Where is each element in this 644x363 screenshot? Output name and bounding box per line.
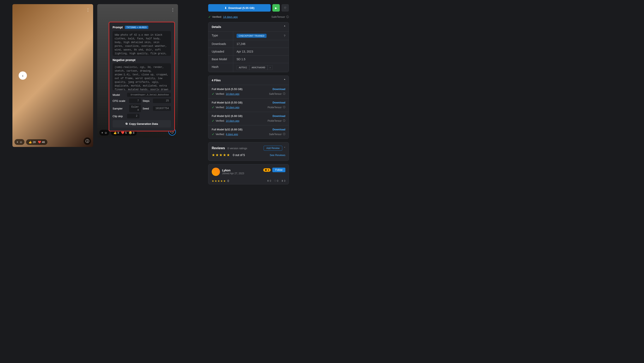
shield-icon: ✓ <box>212 119 214 123</box>
info-icon[interactable]: ⓘ <box>283 132 285 136</box>
verified-time-link[interactable]: 14 days ago <box>226 106 239 109</box>
type-badge: CHECKPOINT TRAINED <box>236 34 266 38</box>
hash-type: AUTOV2 <box>236 65 249 70</box>
steps-label: Steps <box>142 99 151 102</box>
add-reaction-button[interactable]: + ☺ <box>14 139 24 145</box>
favorite-button[interactable]: ♡ <box>282 4 289 12</box>
prev-arrow-icon[interactable]: ‹ <box>18 72 27 80</box>
hash-pills[interactable]: AUTOV2 A60CFAA90D › <box>236 65 273 70</box>
creator-joined: Joined Apr 27, 2023 <box>222 172 244 175</box>
smile-icon: ☺ <box>104 131 107 134</box>
basemodel-label: Base Model <box>208 56 233 63</box>
add-review-button[interactable]: Add Review <box>264 146 282 151</box>
heart-reaction[interactable]: ❤️ 46 <box>38 140 45 144</box>
verified-time-link[interactable]: 14 days ago <box>226 92 239 96</box>
chevron-down-icon[interactable]: ˅ <box>284 146 285 150</box>
downloads-value: 17,246 <box>233 40 289 48</box>
file-item: Full Model fp16 (5.55 GB) Download ✓ Ver… <box>208 85 289 98</box>
heart-icon: ♡ <box>284 6 286 10</box>
hash-label: Hash <box>208 63 233 72</box>
creator-avatar[interactable] <box>212 168 220 176</box>
play-button[interactable]: ▶ <box>272 4 280 12</box>
prompt-panel: Prompt TXT2IMG + HI-RES b&w photo of 42 … <box>109 22 175 132</box>
plus-icon: + <box>16 140 18 144</box>
cfg-value[interactable]: 7 <box>129 98 141 103</box>
files-panel: 4 Files ˄ Full Model fp16 (5.55 GB) Down… <box>208 76 289 139</box>
reviews-panel: Reviews 0 version ratings Add Review ˅ ★… <box>208 142 289 161</box>
file-item: Full Model fp32 (6.88 GB) Download ✓ Ver… <box>208 125 289 139</box>
cfg-label: CFG scale <box>112 99 127 102</box>
upload-stat: ⬆ 0 <box>267 180 271 182</box>
rating-text: 0 out of 5 <box>233 153 245 157</box>
sampler-label: Sampler <box>112 107 127 110</box>
type-label: Type <box>208 32 233 40</box>
creator-stars: ★★★★★ <box>212 180 226 182</box>
see-reviews-link[interactable]: See Reviews <box>270 154 285 157</box>
prompt-text[interactable]: b&w photo of 42 y.o man in black clothes… <box>112 31 171 56</box>
files-header[interactable]: 4 Files ˄ <box>208 76 289 85</box>
file-name: Full Model fp16 (5.55 GB) <box>212 101 242 104</box>
info-icon[interactable]: ⓘ <box>84 138 91 145</box>
prompt-type-badge: TXT2IMG + HI-RES <box>125 26 148 29</box>
copy-generation-button[interactable]: ⧉ Copy Generation Data <box>112 120 171 128</box>
steps-value[interactable]: 25 <box>153 98 171 103</box>
negative-prompt-title: Negative prompt <box>112 58 171 62</box>
download-stat: ⬇ 0 <box>281 180 285 182</box>
creator-name[interactable]: Lykon <box>222 169 244 172</box>
info-icon[interactable]: ⓘ <box>283 106 285 109</box>
laugh-reaction[interactable]: 😂 3 <box>129 131 134 134</box>
follow-button[interactable]: Follow <box>272 168 285 172</box>
hash-value: A60CFAA90D <box>249 65 268 70</box>
info-icon[interactable]: ⓘ <box>286 15 289 19</box>
seed-value[interactable]: 101837754 <box>153 106 171 111</box>
gallery-image-right[interactable]: ⋮ Prompt TXT2IMG + HI-RES b&w photo of 4… <box>97 4 178 138</box>
file-download-link[interactable]: Download <box>272 101 285 104</box>
sampler-value[interactable]: Euler a <box>129 105 141 112</box>
clipskip-label: Clip skip <box>112 115 125 118</box>
gallery-image-left[interactable]: ⋮ ‹ + ☺ 👍 28 ❤️ 46 ⓘ <box>12 4 93 147</box>
model-value[interactable]: DreamShaper_5_beta2_BakedVae <box>127 93 171 97</box>
shield-icon: ✓ <box>212 92 214 96</box>
more-menu-icon[interactable]: ⋮ <box>85 6 91 13</box>
seed-label: Seed <box>142 107 151 110</box>
help-icon[interactable]: ? <box>284 34 285 38</box>
thumbs-up-reaction[interactable]: 👍 28 <box>28 140 36 144</box>
verified-time-link[interactable]: 4 days ago <box>226 133 238 136</box>
creator-panel: Lykon Joined Apr 27, 2023 ♛ 1 Follow ★★★… <box>208 164 289 184</box>
download-button[interactable]: ⬇ Download (5.55 GB) <box>208 4 271 12</box>
details-header[interactable]: Details ˄ <box>208 22 289 32</box>
download-icon: ⬇ <box>224 6 227 10</box>
uploaded-value: Apr 13, 2023 <box>233 48 289 55</box>
shield-icon: ✓ <box>208 15 211 19</box>
file-download-link[interactable]: Download <box>272 128 285 131</box>
verified-time-link[interactable]: 14 days ago <box>226 120 239 122</box>
smile-icon: ☺ <box>20 140 22 144</box>
info-icon[interactable]: ⓘ <box>283 92 285 96</box>
add-reaction-button[interactable]: + ☺ <box>99 130 109 136</box>
reviews-subtitle: 0 version ratings <box>228 147 247 150</box>
chevron-right-icon[interactable]: › <box>268 65 273 70</box>
file-name: Full Model fp16 (5.55 GB) <box>212 88 242 91</box>
clipskip-value[interactable]: 2 <box>127 114 140 118</box>
model-label: Model <box>112 93 125 96</box>
star-rating[interactable]: ★★★★★ <box>212 153 230 157</box>
file-item: Full Model fp16 (5.55 GB) Download ✓ Ver… <box>208 98 289 112</box>
reactions-bar: 👍 28 ❤️ 46 <box>26 139 47 145</box>
negative-prompt-text[interactable]: (semi-realistic, cgi, 3d, render, sketch… <box>112 63 171 90</box>
uploaded-label: Uploaded <box>208 48 233 55</box>
info-icon[interactable]: ⓘ <box>283 119 285 122</box>
thumbs-up-reaction[interactable]: 👍 8 <box>114 131 119 134</box>
basemodel-value: SD 1.5 <box>233 56 289 63</box>
copy-icon: ⧉ <box>126 122 128 126</box>
plus-icon: + <box>102 131 103 134</box>
heart-reaction[interactable]: ❤️ 5 <box>121 131 127 134</box>
more-menu-icon[interactable]: ⋮ <box>170 6 176 13</box>
verified-time-link[interactable]: 14 days ago <box>223 15 238 18</box>
downloads-label: Downloads <box>208 40 233 48</box>
file-name: Full Model fp32 (6.88 GB) <box>212 114 242 118</box>
creator-stats: ⬆ 0 ♡ 0 ⬇ 0 <box>267 180 285 182</box>
verified-status: ✓ Verified: 14 days ago SafeTensor ⓘ <box>208 15 289 19</box>
play-icon: ▶ <box>275 6 277 10</box>
file-download-link[interactable]: Download <box>272 114 285 118</box>
file-download-link[interactable]: Download <box>272 88 285 91</box>
